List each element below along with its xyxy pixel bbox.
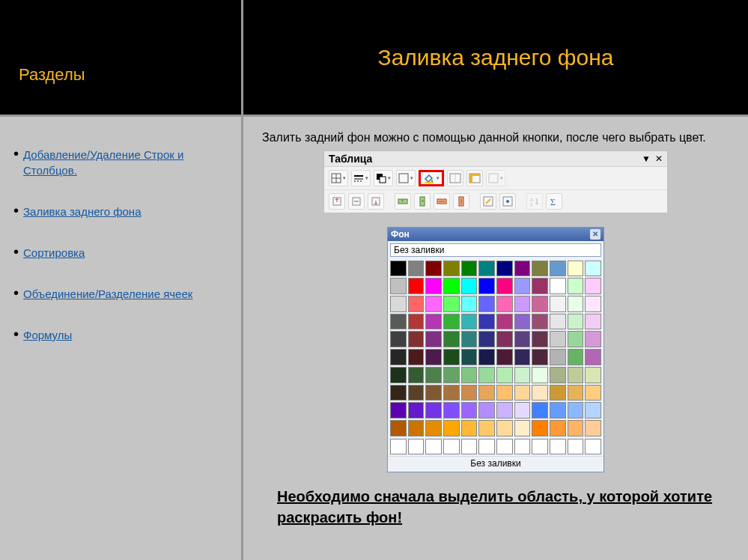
color-swatch[interactable] (408, 314, 425, 330)
nav-link-sort[interactable]: Сортировка (23, 245, 85, 261)
color-swatch[interactable] (443, 402, 460, 419)
color-swatch[interactable] (461, 278, 478, 294)
color-swatch[interactable] (585, 402, 601, 419)
picker-nofill-bottom[interactable]: Без заливки (388, 456, 603, 472)
color-swatch[interactable] (408, 402, 425, 419)
color-swatch[interactable] (585, 331, 601, 347)
color-swatch[interactable] (443, 296, 460, 312)
color-swatch[interactable] (550, 296, 566, 312)
color-swatch[interactable] (532, 420, 548, 436)
toolbar-close-icon[interactable]: ✕ (655, 153, 663, 164)
sum-icon[interactable]: Σ (546, 193, 562, 210)
color-swatch[interactable] (496, 331, 513, 347)
color-swatch[interactable] (496, 349, 513, 365)
color-swatch[interactable] (585, 278, 601, 294)
color-swatch[interactable] (585, 367, 601, 383)
color-swatch[interactable] (514, 296, 531, 312)
color-swatch[interactable] (443, 278, 460, 294)
color-swatch[interactable] (514, 385, 531, 401)
align-center-icon[interactable] (348, 193, 365, 210)
color-swatch[interactable] (532, 261, 548, 277)
color-swatch[interactable] (390, 278, 407, 294)
color-swatch[interactable] (478, 385, 495, 401)
color-swatch[interactable] (568, 296, 584, 312)
color-swatch[interactable] (514, 349, 531, 365)
color-swatch[interactable] (461, 296, 478, 312)
color-swatch[interactable] (390, 261, 407, 277)
color-swatch-empty[interactable] (585, 439, 601, 455)
color-swatch-empty[interactable] (443, 439, 460, 455)
color-swatch[interactable] (443, 385, 460, 401)
color-swatch[interactable] (568, 261, 584, 277)
color-swatch[interactable] (443, 314, 460, 330)
color-swatch[interactable] (478, 261, 495, 277)
color-swatch[interactable] (461, 402, 478, 419)
insert-row-icon[interactable]: + (395, 193, 411, 210)
insert-col-icon[interactable]: + (414, 193, 431, 210)
color-swatch[interactable] (390, 367, 407, 383)
color-swatch-empty[interactable] (461, 439, 478, 455)
color-swatch-empty[interactable] (478, 439, 495, 455)
color-swatch[interactable] (425, 402, 442, 419)
color-swatch[interactable] (568, 331, 584, 347)
color-swatch[interactable] (478, 331, 495, 347)
background-fill-icon[interactable] (419, 170, 444, 186)
delete-col-icon[interactable] (453, 193, 469, 210)
color-swatch[interactable] (478, 420, 495, 436)
table-grid-icon[interactable] (329, 170, 348, 186)
color-swatch[interactable] (514, 420, 531, 436)
picker-close-icon[interactable]: ✕ (590, 229, 600, 240)
color-swatch[interactable] (585, 420, 601, 436)
color-swatch[interactable] (408, 278, 425, 294)
borders-icon[interactable] (396, 170, 416, 186)
color-swatch[interactable] (478, 349, 495, 365)
nav-link-formulas[interactable]: Формулы (23, 327, 72, 343)
color-swatch[interactable] (408, 349, 425, 365)
color-swatch-empty[interactable] (390, 439, 407, 455)
color-swatch[interactable] (568, 349, 584, 365)
merge-cells-icon[interactable] (447, 170, 463, 186)
color-swatch[interactable] (550, 349, 566, 365)
color-swatch[interactable] (443, 420, 460, 436)
color-swatch[interactable] (461, 261, 478, 277)
color-swatch[interactable] (532, 402, 548, 419)
color-swatch[interactable] (425, 314, 442, 330)
color-swatch[interactable] (550, 402, 566, 419)
color-swatch[interactable] (461, 349, 478, 365)
color-swatch[interactable] (550, 261, 566, 277)
color-swatch[interactable] (550, 420, 566, 436)
table-props-icon[interactable] (499, 193, 516, 210)
color-swatch[interactable] (390, 402, 407, 419)
color-swatch[interactable] (425, 367, 442, 383)
color-swatch[interactable] (585, 385, 601, 401)
color-swatch[interactable] (425, 278, 442, 294)
color-swatch[interactable] (532, 349, 548, 365)
color-swatch[interactable] (585, 314, 601, 330)
align-bottom-icon[interactable] (368, 193, 384, 210)
color-swatch[interactable] (443, 349, 460, 365)
color-swatch-empty[interactable] (514, 439, 531, 455)
color-swatch[interactable] (568, 314, 584, 330)
color-swatch[interactable] (514, 314, 531, 330)
color-swatch-empty[interactable] (550, 439, 566, 455)
color-swatch[interactable] (496, 314, 513, 330)
color-swatch[interactable] (496, 367, 513, 383)
color-swatch[interactable] (443, 261, 460, 277)
color-swatch[interactable] (390, 420, 407, 436)
color-swatch[interactable] (496, 296, 513, 312)
color-swatch-empty[interactable] (425, 439, 442, 455)
color-swatch[interactable] (478, 402, 495, 419)
color-swatch[interactable] (408, 261, 425, 277)
table-design-icon[interactable] (480, 193, 496, 210)
color-swatch[interactable] (478, 296, 495, 312)
nav-link-fill[interactable]: Заливка заднего фона (23, 204, 141, 219)
sort-icon[interactable]: AZ (526, 193, 543, 210)
autoformat-icon[interactable] (466, 170, 483, 186)
color-swatch[interactable] (461, 367, 478, 383)
color-swatch[interactable] (550, 314, 566, 330)
color-swatch[interactable] (550, 385, 566, 401)
color-swatch[interactable] (478, 367, 495, 383)
color-swatch[interactable] (390, 331, 407, 347)
color-swatch[interactable] (408, 385, 425, 401)
nav-link-rows-cols[interactable]: Добавление/Удаление Строк и Столбцов. (23, 147, 230, 178)
